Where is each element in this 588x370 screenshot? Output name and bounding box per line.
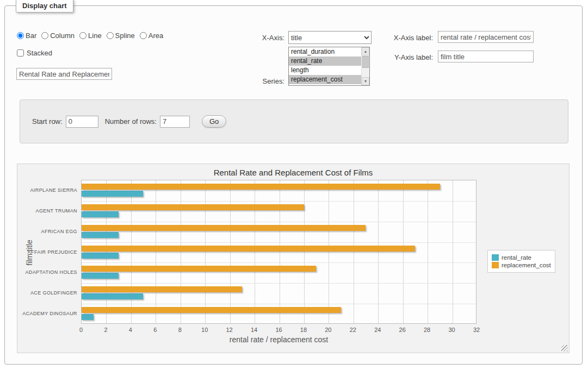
- page: Display chart BarColumnLineSplineArea St…: [0, 0, 588, 370]
- chart-type-radio-spline[interactable]: [107, 32, 114, 39]
- y-category-label: AGENT TRUMAN: [17, 208, 77, 214]
- chart-type-label: Line: [88, 32, 102, 40]
- chart-type-spline[interactable]: Spline: [107, 32, 135, 40]
- scrollbar-thumb[interactable]: [362, 56, 369, 68]
- chart-type-radio-line[interactable]: [79, 32, 86, 39]
- y-category-label: AFRICAN EGG: [17, 229, 77, 234]
- x-tick-label: 8: [178, 327, 182, 333]
- stacked-checkbox[interactable]: [17, 49, 24, 57]
- x-tick-label: 32: [473, 327, 480, 333]
- chart-type-label: Area: [148, 32, 163, 40]
- scroll-down-icon[interactable]: ▼: [362, 77, 369, 85]
- x-axis-label-input[interactable]: [438, 31, 534, 43]
- legend-swatch: [492, 262, 499, 268]
- x-tick-label: 6: [153, 327, 157, 333]
- resize-handle-icon[interactable]: [561, 345, 568, 352]
- bar-rental_rate: [82, 273, 119, 279]
- series-option-length[interactable]: length: [289, 66, 361, 75]
- series-option-rental_duration[interactable]: rental_duration: [289, 47, 361, 57]
- chart-legend: rental_ratereplacement_cost: [487, 250, 555, 273]
- series-scrollbar[interactable]: ▲ ▼: [361, 47, 369, 85]
- start-row-input[interactable]: [66, 116, 98, 128]
- series-option-replacement_cost[interactable]: replacement_cost: [289, 75, 361, 84]
- chart-type-bar[interactable]: Bar: [17, 32, 36, 40]
- bar-replacement_cost: [82, 307, 341, 313]
- bar-replacement_cost: [82, 266, 316, 272]
- plot-area: [81, 180, 476, 324]
- scroll-up-icon[interactable]: ▲: [362, 47, 369, 55]
- x-axis-select[interactable]: title: [288, 31, 372, 44]
- gridline: [403, 180, 404, 323]
- gridline: [230, 180, 231, 323]
- x-tick-label: 16: [275, 327, 282, 333]
- series-listbox-options: rental_durationrental_ratelengthreplacem…: [289, 47, 361, 85]
- bar-replacement_cost: [82, 246, 415, 252]
- bar-replacement_cost: [82, 225, 366, 231]
- x-axis-label-field-label: X-Axis label:: [379, 34, 433, 42]
- gridline: [453, 180, 453, 323]
- chart-type-column[interactable]: Column: [41, 32, 75, 40]
- gridline: [304, 180, 305, 323]
- bar-replacement_cost: [82, 184, 440, 190]
- legend-label: rental_rate: [502, 254, 531, 261]
- bar-rental_rate: [82, 293, 143, 299]
- x-axis-label-text: X-Axis:: [233, 34, 284, 42]
- gridline: [131, 180, 132, 323]
- x-tick-label: 18: [300, 327, 307, 333]
- chart-container: Rental Rate and Replacement Cost of Film…: [17, 164, 570, 353]
- chart-x-axis-title: rental rate / replacement cost: [81, 335, 476, 344]
- x-tick-label: 10: [201, 327, 208, 333]
- x-tick-label: 26: [399, 327, 406, 333]
- chart-type-label: Spline: [115, 32, 135, 40]
- chart-type-radio-column[interactable]: [41, 32, 48, 39]
- gridline: [82, 262, 476, 263]
- gridline: [428, 180, 428, 323]
- x-tick-label: 14: [251, 327, 257, 333]
- chart-type-radio-area[interactable]: [140, 32, 147, 39]
- gridline: [82, 242, 476, 243]
- bar-rental_rate: [82, 253, 119, 259]
- y-category-label: ACADEMY DINOSAUR: [17, 311, 77, 316]
- chart-type-area[interactable]: Area: [140, 32, 163, 40]
- x-tick-label: 12: [226, 327, 233, 333]
- y-axis-label-field-label: Y-Axis label:: [379, 53, 433, 61]
- y-axis-label-input[interactable]: [438, 51, 534, 62]
- chart-title-input[interactable]: [16, 68, 112, 80]
- x-tick-label: 24: [374, 327, 381, 333]
- chart-type-label: Column: [50, 32, 75, 40]
- series-option-rental_rate[interactable]: rental_rate: [289, 57, 361, 66]
- gridline: [106, 180, 107, 323]
- bar-replacement_cost: [82, 286, 242, 292]
- gridline: [255, 180, 255, 323]
- bar-rental_rate: [82, 211, 119, 217]
- x-tick-label: 30: [448, 327, 455, 333]
- gridline: [156, 180, 156, 323]
- gridline: [329, 180, 329, 323]
- gridline: [82, 201, 476, 202]
- num-rows-input[interactable]: [160, 116, 190, 128]
- legend-label: replacement_cost: [502, 262, 551, 268]
- stacked-checkbox-row[interactable]: Stacked: [17, 49, 52, 57]
- gridline: [82, 283, 476, 284]
- y-category-label: AIRPLANE SIERRA: [17, 187, 77, 193]
- start-row-label: Start row:: [32, 117, 63, 126]
- y-category-label: ACE GOLDFINGER: [17, 290, 77, 296]
- x-tick-label: 22: [350, 327, 356, 333]
- go-button[interactable]: Go: [202, 115, 226, 128]
- x-tick-label: 28: [424, 327, 430, 333]
- chart-type-radios: BarColumnLineSplineArea: [17, 32, 168, 40]
- rows-panel: Start row: Number of rows: Go: [20, 99, 568, 143]
- gridline: [82, 222, 476, 222]
- legend-item: rental_rate: [492, 254, 551, 261]
- chart-type-radio-bar[interactable]: [17, 32, 24, 39]
- series-listbox[interactable]: rental_durationrental_ratelengthreplacem…: [288, 47, 370, 86]
- x-tick-label: 4: [129, 327, 132, 333]
- stacked-label: Stacked: [27, 49, 52, 57]
- bar-replacement_cost: [82, 204, 304, 210]
- legend-swatch: [492, 254, 499, 261]
- gridline: [82, 304, 476, 304]
- gridline: [354, 180, 354, 323]
- gridline: [205, 180, 206, 323]
- chart-type-line[interactable]: Line: [79, 32, 102, 40]
- bar-rental_rate: [82, 191, 143, 197]
